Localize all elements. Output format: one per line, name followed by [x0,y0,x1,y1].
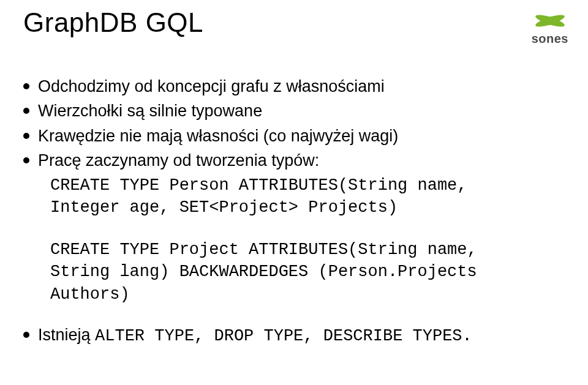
header-row: GraphDB GQL sones [23,7,565,46]
code-line: CREATE TYPE Project ATTRIBUTES(String na… [50,241,477,259]
bullet-item: Istnieją ALTER TYPE, DROP TYPE, DESCRIBE… [23,324,565,347]
bullet-dot-icon [23,108,29,114]
bullet-item: Krawędzie nie mają własności (co najwyże… [23,125,565,147]
bullet-prefix: Istnieją [38,326,95,344]
page-title: GraphDB GQL [23,7,203,38]
code-block-2: CREATE TYPE Project ATTRIBUTES(String na… [50,239,565,305]
spacer [23,305,565,324]
bullet-text: Istnieją ALTER TYPE, DROP TYPE, DESCRIBE… [38,324,472,347]
sones-logo-icon [533,9,567,33]
brand-logo: sones [532,9,568,46]
bullet-text: Wierzchołki są silnie typowane [38,100,262,122]
code-line: Authors) [50,285,130,304]
code-line: CREATE TYPE Person ATTRIBUTES(String nam… [50,176,467,195]
bullet-dot-icon [23,83,29,89]
bullet-dot-icon [23,332,29,338]
bullet-code: ALTER TYPE, DROP TYPE, DESCRIBE TYPES. [95,327,472,345]
bullet-text: Krawędzie nie mają własności (co najwyże… [38,125,398,147]
bullet-text: Pracę zaczynamy od tworzenia typów: [38,149,319,171]
brand-name: sones [532,32,568,46]
bullet-dot-icon [23,157,29,163]
code-block-1: CREATE TYPE Person ATTRIBUTES(String nam… [50,174,565,219]
code-line: String lang) BACKWARDEDGES (Person.Proje… [50,263,477,281]
bullet-dot-icon [23,133,29,139]
svg-point-2 [546,17,554,25]
bullet-item: Odchodzimy od koncepcji grafu z własnośc… [23,75,565,97]
code-line: Integer age, SET<Project> Projects) [50,198,398,217]
bullet-item: Wierzchołki są silnie typowane [23,100,565,122]
bullet-item: Pracę zaczynamy od tworzenia typów: [23,149,565,171]
content-area: Odchodzimy od koncepcji grafu z własnośc… [23,75,565,347]
spacer [23,219,565,237]
slide: GraphDB GQL sones Odchodzimy od koncepcj… [0,0,588,385]
bullet-text: Odchodzimy od koncepcji grafu z własnośc… [38,75,385,97]
